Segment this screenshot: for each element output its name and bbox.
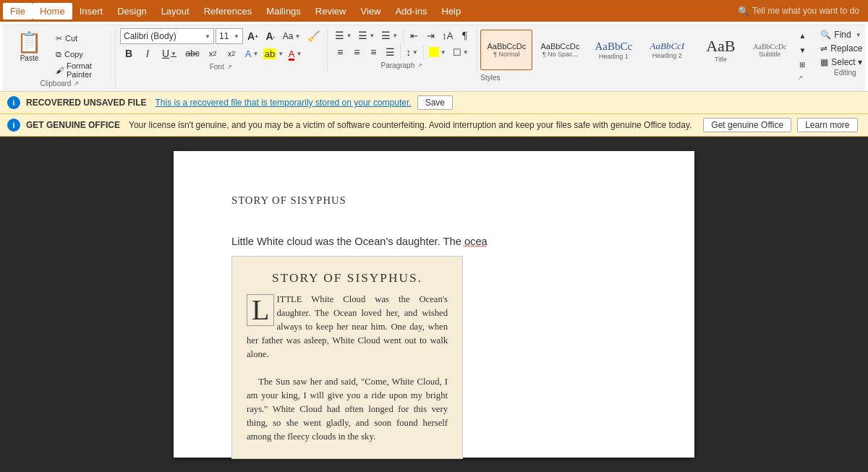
replace-icon: ⇌	[820, 43, 827, 53]
cut-icon: ✂	[56, 34, 62, 43]
menu-layout[interactable]: Layout	[154, 3, 197, 20]
replace-button[interactable]: ⇌ Replace	[816, 42, 868, 55]
style-no-spacing-sample: AaBbCcDc	[540, 42, 579, 51]
format-painter-button[interactable]: 🖌 Format Painter	[53, 63, 111, 77]
find-icon: 🔍	[820, 30, 831, 40]
copy-button[interactable]: ⧉ Copy	[53, 47, 111, 61]
font-size-value: 11	[219, 31, 229, 41]
editing-group: 🔍 Find ▼ ⇌ Replace ▦ Select ▾ Editing	[813, 28, 868, 77]
sort-button[interactable]: ↕A	[439, 28, 456, 43]
align-left-button[interactable]: ≡	[332, 45, 348, 59]
multilevel-button[interactable]: ☰▼	[378, 28, 401, 43]
shading-button[interactable]: ▼	[426, 45, 449, 59]
styles-up-button[interactable]: ▲	[794, 28, 810, 43]
learn-more-button[interactable]: Learn more	[797, 118, 857, 132]
menu-addins[interactable]: Add-ins	[388, 3, 434, 20]
document-area: STORY OF SISYPHUS Little White cloud was…	[0, 137, 868, 472]
paragraph-group: ☰▼ ☰▼ ☰▼ ⇤ ⇥ ↕A ¶ ≡ ≡ ≡ ☰ ↕▼	[328, 28, 477, 70]
menu-insert[interactable]: Insert	[72, 3, 111, 20]
decrease-indent-button[interactable]: ⇤	[406, 28, 422, 43]
document-title: STORY OF SISYPHUS	[231, 194, 637, 207]
underline-button[interactable]: U▼	[158, 46, 181, 61]
save-button[interactable]: Save	[417, 95, 453, 110]
style-title-sample: AaB	[706, 37, 735, 56]
font-shrink-button[interactable]: A-	[263, 29, 278, 43]
search-input[interactable]: Tell me what you want to do	[752, 6, 859, 16]
menu-review[interactable]: Review	[308, 3, 354, 20]
document-page: STORY OF SISYPHUS Little White cloud was…	[174, 151, 694, 458]
text-effect-button[interactable]: A▼	[242, 46, 262, 61]
menu-view[interactable]: View	[353, 3, 388, 20]
paragraph-expand[interactable]: ↗	[416, 61, 424, 70]
style-heading1[interactable]: AaBbCc Heading 1	[587, 30, 639, 70]
select-icon: ▦	[820, 57, 828, 67]
recovered-link[interactable]: This is a recovered file that is tempora…	[155, 98, 411, 108]
line-spacing-button[interactable]: ↕▼	[403, 45, 420, 59]
menu-mailings[interactable]: Mailings	[259, 3, 308, 20]
clipboard-label: Clipboard	[41, 80, 72, 87]
justify-button[interactable]: ☰	[382, 45, 398, 59]
align-right-button[interactable]: ≡	[365, 45, 381, 59]
find-arrow: ▼	[856, 32, 861, 38]
style-subtitle[interactable]: AaBbCcDc Subtitle	[748, 30, 791, 70]
paste-icon: 📋	[17, 30, 42, 54]
bullets-button[interactable]: ☰▼	[332, 28, 354, 43]
style-subtitle-sample: AaBbCcDc	[753, 43, 786, 51]
style-heading2[interactable]: AaBbCcI Heading 2	[641, 30, 693, 70]
paste-button[interactable]: 📋 Paste	[10, 28, 48, 64]
bold-button[interactable]: B	[120, 46, 137, 61]
style-heading1-sample: AaBbCc	[595, 40, 633, 53]
misspelled-word: ocea	[464, 236, 488, 247]
styles-expand[interactable]: ↗	[796, 73, 804, 82]
font-grow-button[interactable]: A+	[244, 29, 261, 43]
highlight-button[interactable]: ab▼	[263, 46, 284, 61]
select-button[interactable]: ▦ Select ▾	[816, 56, 868, 69]
show-marks-button[interactable]: ¶	[456, 28, 472, 43]
genuine-icon: i	[7, 119, 20, 132]
menu-home[interactable]: Home	[33, 3, 72, 20]
font-expand[interactable]: ↗	[226, 62, 234, 72]
clipboard-group: 📋 Paste ✂ Cut ⧉ Copy 🖌 Format	[6, 28, 116, 88]
find-button[interactable]: 🔍 Find ▼	[816, 28, 868, 41]
style-no-spacing[interactable]: AaBbCcDc ¶ No Spac...	[534, 30, 586, 70]
intro-text[interactable]: Little White cloud was the Ocean's daugh…	[231, 236, 637, 247]
recovered-title: RECOVERED UNSAVED FILE	[26, 98, 146, 108]
strikethrough-button[interactable]: abc	[182, 46, 203, 61]
paragraph-label: Paragraph	[381, 61, 415, 69]
font-color-button[interactable]: A▼	[285, 46, 305, 61]
style-normal[interactable]: AaBbCcDc ¶ Normal	[480, 30, 532, 70]
style-heading2-label: Heading 2	[652, 52, 682, 59]
clipboard-expand[interactable]: ↗	[72, 79, 80, 88]
style-title-label: Title	[715, 56, 727, 63]
subscript-button[interactable]: x2	[204, 46, 221, 61]
font-name-dropdown[interactable]: Calibri (Body) ▼	[120, 28, 214, 44]
increase-indent-button[interactable]: ⇥	[422, 28, 438, 43]
superscript-button[interactable]: x2	[223, 46, 240, 61]
font-name-value: Calibri (Body)	[124, 31, 176, 41]
genuine-message: Your license isn't genuine, and you may …	[129, 120, 692, 130]
menu-references[interactable]: References	[197, 3, 259, 20]
font-size-dropdown[interactable]: 11 ▼	[216, 28, 243, 44]
font-size-arrow: ▼	[234, 33, 239, 40]
numbering-button[interactable]: ☰▼	[355, 28, 378, 43]
menu-design[interactable]: Design	[110, 3, 153, 20]
style-title[interactable]: AaB Title	[694, 30, 746, 70]
styles-label: Styles	[480, 74, 500, 82]
styles-more-button[interactable]: ⊞	[794, 57, 810, 72]
font-group: Calibri (Body) ▼ 11 ▼ A+ A- Aa▼ 🧹 B I	[116, 28, 328, 72]
styles-down-button[interactable]: ▼	[794, 43, 810, 57]
image-body: LITTLE White Cloud was the Ocean's daugh…	[247, 293, 448, 444]
clear-formatting-button[interactable]: 🧹	[305, 29, 323, 43]
menu-help[interactable]: Help	[435, 3, 469, 20]
italic-button[interactable]: I	[139, 46, 156, 61]
border-button[interactable]: ☐▼	[450, 45, 472, 59]
copy-icon: ⧉	[56, 50, 61, 59]
drop-cap: L	[247, 294, 274, 326]
editing-label: Editing	[834, 69, 856, 77]
get-genuine-button[interactable]: Get genuine Office	[703, 118, 791, 132]
recovered-icon: i	[7, 96, 20, 109]
align-center-button[interactable]: ≡	[349, 45, 365, 59]
font-case-button[interactable]: Aa▼	[280, 29, 304, 43]
cut-button[interactable]: ✂ Cut	[53, 31, 111, 46]
menu-file[interactable]: File	[3, 3, 33, 20]
